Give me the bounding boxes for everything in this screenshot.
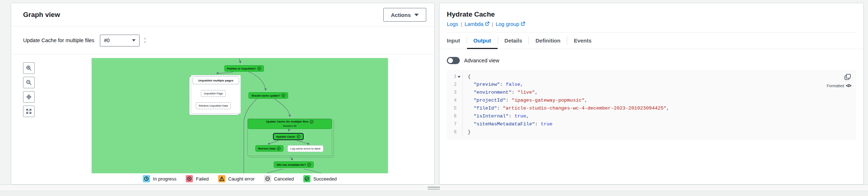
legend-item: Canceled: [264, 175, 294, 182]
center-graph-button[interactable]: [23, 91, 35, 103]
legend-label: Caught error: [228, 176, 255, 182]
map-iteration-label: Update Cache for multiple files: [23, 37, 94, 43]
code-text: "fileId": "article-studio-changes-wc-4-d…: [463, 104, 669, 112]
clock-icon: [143, 175, 150, 182]
group-header[interactable]: Unpublish multiple pages: [193, 76, 239, 84]
step-title: Hydrate Cache: [447, 10, 856, 18]
code-text: "isInternal": true,: [463, 112, 529, 120]
link-label: Lambda: [464, 21, 483, 27]
actions-button[interactable]: Actions: [383, 8, 426, 22]
line-number-gutter: 5: [447, 104, 463, 112]
graph-toolbar: [23, 62, 35, 117]
node-label: Publish or Unpublish?: [227, 67, 256, 70]
node-retrieve-unpublish-data[interactable]: Retrieve Unpublish Data: [196, 102, 231, 109]
circle-minus-icon: [264, 175, 271, 182]
crosshair-icon: [26, 94, 32, 100]
chevron-down-icon: [132, 39, 136, 41]
tab-events[interactable]: Events: [567, 32, 598, 49]
panel-resize-bar[interactable]: [0, 184, 868, 191]
legend-item: Succeeded: [303, 175, 337, 182]
node-publish-or-unpublish[interactable]: Publish or Unpublish? ✓: [224, 65, 264, 72]
tab-definition[interactable]: Definition: [529, 32, 567, 49]
node-label: Retrieve Unpublish Data: [199, 104, 228, 107]
copy-icon: [844, 74, 851, 80]
group-unpublish-multiple-pages[interactable]: Unpublish multiple pages Unpublish Page …: [191, 75, 241, 114]
iteration-select-value: #0: [104, 37, 110, 43]
iteration-select[interactable]: #0: [100, 35, 140, 46]
line-number-gutter: 2: [447, 81, 463, 89]
succeeded-icon: ✓: [307, 163, 311, 166]
link-lambda[interactable]: Lambda: [464, 21, 489, 27]
node-label: Hydrate Cache: [276, 135, 295, 138]
node-log-cache-errors-to-slack[interactable]: Log cache errors to slack: [287, 145, 323, 152]
graph-view-panel: Graph view Actions Update Cache for mult…: [11, 3, 435, 184]
code-line: 5 "fileId": "article-studio-changes-wc-4…: [447, 104, 856, 112]
code-line: 4 "projectId": "ipages-gateway-popmusic"…: [447, 97, 856, 104]
iteration-down-arrow[interactable]: ▼: [143, 41, 146, 44]
status-legend: In progressFailedCaught errorCanceledSuc…: [92, 175, 388, 182]
code-text: "projectId": "ipages-gateway-popmusic",: [463, 97, 587, 104]
link-separator: |: [492, 21, 493, 27]
group-header[interactable]: Update Cache for multiple files ✓ Iterat…: [248, 119, 332, 129]
link-log-group[interactable]: Log group: [495, 21, 525, 27]
tab-output[interactable]: Output: [467, 32, 498, 49]
fit-to-view-button[interactable]: [23, 106, 35, 117]
graph-panel-title: Graph view: [23, 11, 60, 19]
line-number: 2: [454, 81, 457, 89]
group-label: Update Cache for multiple files: [266, 120, 308, 124]
code-line: 2 "preview": false,: [447, 81, 856, 89]
zoom-out-button[interactable]: [23, 77, 35, 88]
node-label: Should cache update?: [251, 94, 280, 97]
node-hydrate-cache[interactable]: Hydrate Cache ✓: [273, 133, 304, 140]
fold-caret-icon[interactable]: [458, 76, 461, 78]
detail-tabs: InputOutputDetailsDefinitionEvents: [440, 32, 863, 49]
drag-handle-icon[interactable]: [428, 187, 440, 190]
external-link-icon: [521, 21, 525, 27]
line-number: 6: [454, 112, 457, 120]
link-logs[interactable]: Logs: [447, 21, 458, 27]
zoom-in-button[interactable]: [23, 62, 35, 74]
legend-label: In progress: [153, 176, 176, 182]
bottom-strip: [0, 191, 868, 196]
node-retrieve-data[interactable]: Retrieve Data ✓: [255, 145, 283, 152]
expand-arrows-icon: [26, 108, 32, 114]
group-label: Unpublish multiple pages: [198, 79, 233, 82]
copy-button[interactable]: [844, 74, 851, 82]
code-line: 6 "isInternal": true,: [447, 112, 856, 120]
legend-label: Succeeded: [313, 176, 337, 182]
node-unpublish-page[interactable]: Unpublish Page: [201, 90, 226, 97]
formatted-toggle[interactable]: Formatted </>: [827, 83, 851, 88]
line-number-gutter: 3: [447, 89, 463, 97]
code-line: 1{: [447, 73, 856, 81]
line-number-gutter: 6: [447, 112, 463, 120]
tab-input[interactable]: Input: [440, 32, 467, 49]
step-links: Logs|Lambda|Log group: [447, 21, 856, 32]
line-number: 8: [454, 128, 457, 136]
circle-check-icon: [303, 175, 310, 182]
succeeded-icon: ✓: [277, 147, 281, 150]
link-label: Log group: [495, 21, 519, 27]
group-update-cache-for-multiple-files: Update Cache for multiple files ✓ Iterat…: [247, 119, 332, 156]
chevron-down-icon: [414, 14, 419, 16]
advanced-view-toggle[interactable]: [447, 57, 460, 64]
external-link-icon: [485, 21, 489, 27]
iteration-up-arrow[interactable]: ▲: [143, 37, 146, 40]
node-label: Retrieve Data: [258, 147, 276, 150]
graph-panel-header: Graph view Actions: [11, 3, 434, 27]
line-number: 5: [454, 104, 457, 112]
line-number-gutter: 8: [447, 128, 463, 136]
line-number: 3: [454, 89, 457, 97]
node-site-has-metadata-file[interactable]: Site has metadata file? ✓: [274, 161, 314, 168]
line-number: 1: [454, 73, 457, 81]
tab-details[interactable]: Details: [498, 32, 529, 49]
succeeded-icon: ✓: [297, 135, 300, 138]
formatted-label: Formatted: [827, 84, 844, 88]
map-iteration-controls: Update Cache for multiple files #0 ▲ ▼: [11, 27, 434, 54]
legend-item: Failed: [186, 175, 208, 182]
legend-item: Caught error: [218, 175, 255, 182]
node-label: Unpublish Page: [204, 92, 223, 95]
node-should-cache-update[interactable]: Should cache update? ✓: [248, 92, 288, 99]
workflow-canvas[interactable]: Publish or Unpublish? ✓ Unpublish multip…: [92, 58, 388, 173]
code-text: "environment": "live",: [463, 89, 538, 97]
graph-area: Publish or Unpublish? ✓ Unpublish multip…: [11, 54, 434, 184]
